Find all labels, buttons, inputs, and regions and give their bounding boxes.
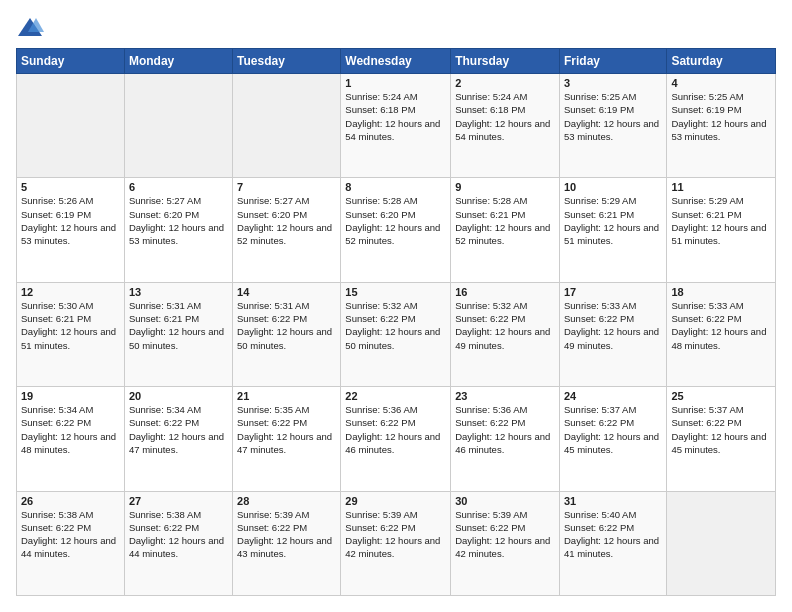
sunrise-text: Sunrise: 5:30 AM: [21, 300, 93, 311]
day-info: Sunrise: 5:33 AMSunset: 6:22 PMDaylight:…: [671, 299, 771, 352]
day-number: 16: [455, 286, 555, 298]
sunrise-text: Sunrise: 5:29 AM: [671, 195, 743, 206]
sunrise-text: Sunrise: 5:24 AM: [345, 91, 417, 102]
day-number: 1: [345, 77, 446, 89]
sunrise-text: Sunrise: 5:33 AM: [671, 300, 743, 311]
daylight-text: Daylight: 12 hours and 52 minutes.: [455, 222, 550, 246]
day-info: Sunrise: 5:36 AMSunset: 6:22 PMDaylight:…: [345, 403, 446, 456]
sunset-text: Sunset: 6:22 PM: [564, 417, 634, 428]
daylight-text: Daylight: 12 hours and 50 minutes.: [237, 326, 332, 350]
daylight-text: Daylight: 12 hours and 52 minutes.: [345, 222, 440, 246]
calendar-cell: 10Sunrise: 5:29 AMSunset: 6:21 PMDayligh…: [559, 178, 666, 282]
day-info: Sunrise: 5:30 AMSunset: 6:21 PMDaylight:…: [21, 299, 120, 352]
day-info: Sunrise: 5:31 AMSunset: 6:21 PMDaylight:…: [129, 299, 228, 352]
day-number: 14: [237, 286, 336, 298]
day-info: Sunrise: 5:34 AMSunset: 6:22 PMDaylight:…: [21, 403, 120, 456]
daylight-text: Daylight: 12 hours and 42 minutes.: [455, 535, 550, 559]
day-info: Sunrise: 5:35 AMSunset: 6:22 PMDaylight:…: [237, 403, 336, 456]
sunset-text: Sunset: 6:22 PM: [345, 417, 415, 428]
day-number: 29: [345, 495, 446, 507]
calendar-cell: 7Sunrise: 5:27 AMSunset: 6:20 PMDaylight…: [233, 178, 341, 282]
weekday-header-row: SundayMondayTuesdayWednesdayThursdayFrid…: [17, 49, 776, 74]
sunset-text: Sunset: 6:19 PM: [671, 104, 741, 115]
sunrise-text: Sunrise: 5:35 AM: [237, 404, 309, 415]
sunrise-text: Sunrise: 5:40 AM: [564, 509, 636, 520]
calendar-cell: 11Sunrise: 5:29 AMSunset: 6:21 PMDayligh…: [667, 178, 776, 282]
daylight-text: Daylight: 12 hours and 47 minutes.: [237, 431, 332, 455]
calendar-table: SundayMondayTuesdayWednesdayThursdayFrid…: [16, 48, 776, 596]
day-info: Sunrise: 5:28 AMSunset: 6:20 PMDaylight:…: [345, 194, 446, 247]
daylight-text: Daylight: 12 hours and 49 minutes.: [564, 326, 659, 350]
calendar-cell: 15Sunrise: 5:32 AMSunset: 6:22 PMDayligh…: [341, 282, 451, 386]
sunrise-text: Sunrise: 5:39 AM: [237, 509, 309, 520]
logo: [16, 16, 46, 38]
daylight-text: Daylight: 12 hours and 54 minutes.: [345, 118, 440, 142]
daylight-text: Daylight: 12 hours and 53 minutes.: [129, 222, 224, 246]
day-info: Sunrise: 5:28 AMSunset: 6:21 PMDaylight:…: [455, 194, 555, 247]
calendar-cell: 18Sunrise: 5:33 AMSunset: 6:22 PMDayligh…: [667, 282, 776, 386]
daylight-text: Daylight: 12 hours and 51 minutes.: [564, 222, 659, 246]
daylight-text: Daylight: 12 hours and 44 minutes.: [129, 535, 224, 559]
daylight-text: Daylight: 12 hours and 44 minutes.: [21, 535, 116, 559]
calendar-cell: 6Sunrise: 5:27 AMSunset: 6:20 PMDaylight…: [124, 178, 232, 282]
day-info: Sunrise: 5:27 AMSunset: 6:20 PMDaylight:…: [129, 194, 228, 247]
sunrise-text: Sunrise: 5:25 AM: [564, 91, 636, 102]
day-number: 18: [671, 286, 771, 298]
day-number: 8: [345, 181, 446, 193]
daylight-text: Daylight: 12 hours and 46 minutes.: [455, 431, 550, 455]
sunset-text: Sunset: 6:22 PM: [237, 417, 307, 428]
sunrise-text: Sunrise: 5:39 AM: [345, 509, 417, 520]
day-number: 4: [671, 77, 771, 89]
sunrise-text: Sunrise: 5:26 AM: [21, 195, 93, 206]
calendar-cell: 2Sunrise: 5:24 AMSunset: 6:18 PMDaylight…: [451, 74, 560, 178]
sunset-text: Sunset: 6:22 PM: [455, 522, 525, 533]
day-info: Sunrise: 5:34 AMSunset: 6:22 PMDaylight:…: [129, 403, 228, 456]
weekday-header-monday: Monday: [124, 49, 232, 74]
calendar-cell: [233, 74, 341, 178]
day-number: 23: [455, 390, 555, 402]
daylight-text: Daylight: 12 hours and 51 minutes.: [21, 326, 116, 350]
header: [16, 16, 776, 38]
sunset-text: Sunset: 6:18 PM: [455, 104, 525, 115]
logo-icon: [16, 16, 44, 38]
day-info: Sunrise: 5:38 AMSunset: 6:22 PMDaylight:…: [21, 508, 120, 561]
day-info: Sunrise: 5:31 AMSunset: 6:22 PMDaylight:…: [237, 299, 336, 352]
calendar-cell: 5Sunrise: 5:26 AMSunset: 6:19 PMDaylight…: [17, 178, 125, 282]
day-info: Sunrise: 5:29 AMSunset: 6:21 PMDaylight:…: [671, 194, 771, 247]
sunrise-text: Sunrise: 5:37 AM: [564, 404, 636, 415]
calendar-cell: 9Sunrise: 5:28 AMSunset: 6:21 PMDaylight…: [451, 178, 560, 282]
sunset-text: Sunset: 6:20 PM: [129, 209, 199, 220]
daylight-text: Daylight: 12 hours and 43 minutes.: [237, 535, 332, 559]
daylight-text: Daylight: 12 hours and 49 minutes.: [455, 326, 550, 350]
calendar-cell: [17, 74, 125, 178]
calendar-cell: [124, 74, 232, 178]
day-number: 21: [237, 390, 336, 402]
day-info: Sunrise: 5:25 AMSunset: 6:19 PMDaylight:…: [564, 90, 662, 143]
calendar-cell: 21Sunrise: 5:35 AMSunset: 6:22 PMDayligh…: [233, 387, 341, 491]
calendar-week-row: 1Sunrise: 5:24 AMSunset: 6:18 PMDaylight…: [17, 74, 776, 178]
sunrise-text: Sunrise: 5:28 AM: [345, 195, 417, 206]
day-info: Sunrise: 5:37 AMSunset: 6:22 PMDaylight:…: [564, 403, 662, 456]
sunset-text: Sunset: 6:22 PM: [455, 417, 525, 428]
daylight-text: Daylight: 12 hours and 53 minutes.: [671, 118, 766, 142]
daylight-text: Daylight: 12 hours and 54 minutes.: [455, 118, 550, 142]
weekday-header-friday: Friday: [559, 49, 666, 74]
day-number: 10: [564, 181, 662, 193]
sunset-text: Sunset: 6:22 PM: [345, 522, 415, 533]
sunrise-text: Sunrise: 5:36 AM: [455, 404, 527, 415]
daylight-text: Daylight: 12 hours and 47 minutes.: [129, 431, 224, 455]
sunset-text: Sunset: 6:21 PM: [21, 313, 91, 324]
calendar-cell: 13Sunrise: 5:31 AMSunset: 6:21 PMDayligh…: [124, 282, 232, 386]
sunset-text: Sunset: 6:22 PM: [671, 313, 741, 324]
daylight-text: Daylight: 12 hours and 53 minutes.: [21, 222, 116, 246]
daylight-text: Daylight: 12 hours and 45 minutes.: [671, 431, 766, 455]
day-number: 6: [129, 181, 228, 193]
day-number: 12: [21, 286, 120, 298]
sunset-text: Sunset: 6:18 PM: [345, 104, 415, 115]
day-number: 9: [455, 181, 555, 193]
sunset-text: Sunset: 6:22 PM: [455, 313, 525, 324]
day-info: Sunrise: 5:32 AMSunset: 6:22 PMDaylight:…: [345, 299, 446, 352]
day-info: Sunrise: 5:32 AMSunset: 6:22 PMDaylight:…: [455, 299, 555, 352]
day-info: Sunrise: 5:40 AMSunset: 6:22 PMDaylight:…: [564, 508, 662, 561]
sunset-text: Sunset: 6:22 PM: [21, 522, 91, 533]
